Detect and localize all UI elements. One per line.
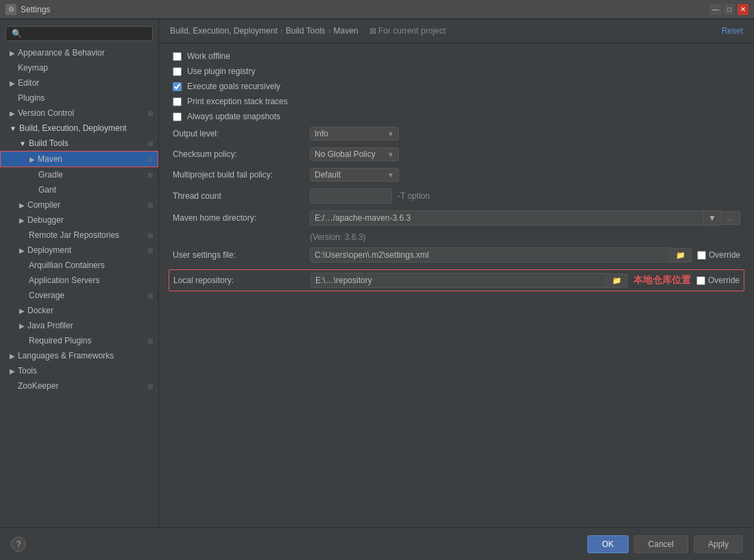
sidebar-item-label: Docker — [27, 306, 153, 315]
multiproject-row: Multiproject build fail policy: Default … — [173, 168, 740, 182]
output-level-label: Output level: — [173, 129, 310, 138]
help-button[interactable]: ? — [11, 537, 26, 552]
ok-button[interactable]: OK — [587, 535, 628, 553]
sidebar-item-label: Compiler — [27, 200, 147, 210]
sidebar-item-debugger[interactable]: ▶ Debugger — [0, 212, 158, 228]
checksum-policy-value: No Global Policy — [315, 149, 376, 159]
sidebar-item-required-plugins[interactable]: Required Plugins ⊞ — [0, 333, 158, 348]
sidebar-item-coverage[interactable]: Coverage ⊞ — [0, 288, 158, 303]
use-plugin-registry-row: Use plugin registry — [173, 66, 740, 76]
use-plugin-registry-label: Use plugin registry — [187, 66, 255, 76]
app-icon: ⚙ — [5, 4, 16, 15]
sidebar-item-label: Java Profiler — [27, 321, 153, 330]
reset-link[interactable]: Reset — [722, 26, 743, 36]
thread-count-input[interactable] — [310, 188, 392, 204]
output-level-dropdown[interactable]: Info ▼ — [310, 127, 399, 141]
sidebar-item-tools[interactable]: ▶ Tools — [0, 363, 158, 378]
user-settings-label: User settings file: — [173, 250, 310, 260]
arrow-icon: ▶ — [19, 322, 25, 330]
breadcrumb-current: Maven — [334, 26, 358, 36]
sync-icon: ⊞ — [147, 202, 153, 209]
sidebar-item-label: Editor — [18, 78, 153, 88]
arrow-icon: ▶ — [19, 247, 25, 254]
sync-icon: ⊞ — [147, 156, 152, 163]
sidebar-item-gradle[interactable]: Gradle ⊞ — [0, 167, 158, 182]
arrow-icon: ▶ — [19, 217, 25, 224]
maven-home-dropdown-button[interactable]: ▼ — [704, 210, 721, 226]
sidebar-item-label: Gant — [38, 185, 153, 195]
output-level-value: Info — [315, 129, 328, 138]
main-layout: ▶ Appearance & Behavior Keymap ▶ Editor … — [0, 19, 754, 527]
work-offline-checkbox[interactable] — [173, 52, 182, 61]
arrow-icon: ▶ — [29, 156, 35, 163]
arrow-icon: ▶ — [10, 352, 15, 360]
print-exception-checkbox[interactable] — [173, 97, 182, 106]
work-offline-label: Work offline — [187, 51, 230, 61]
always-update-checkbox[interactable] — [173, 112, 182, 121]
maven-home-input[interactable] — [310, 210, 704, 226]
search-input[interactable] — [5, 26, 153, 41]
maven-home-browse-button[interactable]: … — [721, 211, 740, 225]
maven-home-row: Maven home directory: ▼ … — [173, 210, 740, 226]
sidebar-item-keymap[interactable]: Keymap — [0, 60, 158, 75]
work-offline-row: Work offline — [173, 51, 740, 61]
sync-icon: ⊞ — [147, 232, 153, 239]
action-buttons: OK Cancel Apply — [587, 535, 743, 553]
arrow-icon: ▶ — [19, 307, 25, 315]
user-settings-browse-button[interactable]: 📁 — [670, 248, 692, 263]
sidebar-item-label: Plugins — [18, 93, 153, 103]
breadcrumb-arrow1: › — [280, 26, 283, 36]
sidebar-item-gant[interactable]: Gant — [0, 182, 158, 197]
local-repo-override-label: Override — [708, 276, 740, 285]
sidebar-item-zookeeper[interactable]: ZooKeeper ⊞ — [0, 378, 158, 393]
sidebar-item-deployment[interactable]: ▶ Deployment ⊞ — [0, 243, 158, 258]
sidebar-item-label: Deployment — [27, 245, 147, 255]
sidebar-item-compiler[interactable]: ▶ Compiler ⊞ — [0, 197, 158, 212]
maven-version-text: (Version: 3.6.3) — [173, 232, 740, 242]
user-settings-input[interactable] — [310, 247, 670, 263]
sidebar-item-version-control[interactable]: ▶ Version Control ⊞ — [0, 106, 158, 121]
local-repo-browse-button[interactable]: 📁 — [607, 273, 628, 288]
minimize-button[interactable]: — — [710, 4, 721, 15]
sidebar-item-plugins[interactable]: Plugins — [0, 90, 158, 106]
sidebar-item-java-profiler[interactable]: ▶ Java Profiler — [0, 318, 158, 333]
multiproject-dropdown[interactable]: Default ▼ — [310, 168, 399, 182]
sidebar-item-appearance[interactable]: ▶ Appearance & Behavior — [0, 45, 158, 60]
close-button[interactable]: ✕ — [738, 4, 749, 15]
local-repo-input[interactable] — [311, 273, 607, 288]
always-update-row: Always update snapshots — [173, 112, 740, 121]
sidebar-item-label: ZooKeeper — [18, 381, 147, 391]
sidebar-item-editor[interactable]: ▶ Editor — [0, 75, 158, 90]
sidebar-item-languages[interactable]: ▶ Languages & Frameworks — [0, 348, 158, 363]
always-update-label: Always update snapshots — [187, 112, 280, 121]
apply-button[interactable]: Apply — [694, 535, 743, 553]
local-repo-override-checkbox[interactable] — [696, 276, 705, 285]
breadcrumb-part2: Build Tools — [286, 26, 326, 36]
sidebar-item-build[interactable]: ▼ Build, Execution, Deployment — [0, 121, 158, 136]
local-repo-label: Local repository: — [173, 276, 311, 285]
sidebar: ▶ Appearance & Behavior Keymap ▶ Editor … — [0, 19, 159, 527]
multiproject-value: Default — [315, 170, 341, 180]
sidebar-item-build-tools[interactable]: ▼ Build Tools ⊞ — [0, 136, 158, 151]
sidebar-item-maven[interactable]: ▶ Maven ⊞ — [0, 151, 158, 167]
user-settings-control: 📁 — [310, 247, 692, 263]
sidebar-item-label: Languages & Frameworks — [18, 351, 153, 361]
sidebar-item-app-servers[interactable]: Application Servers — [0, 273, 158, 288]
local-repo-override-wrap: Override — [696, 276, 740, 285]
user-settings-override-wrap: Override — [697, 250, 740, 260]
sidebar-item-arquillian[interactable]: Arquillian Containers — [0, 258, 158, 273]
use-plugin-registry-checkbox[interactable] — [173, 67, 182, 76]
sidebar-item-remote-jar[interactable]: Remote Jar Repositories ⊞ — [0, 228, 158, 243]
thread-count-control: -T option — [310, 188, 740, 204]
checksum-policy-dropdown[interactable]: No Global Policy ▼ — [310, 147, 399, 161]
execute-goals-checkbox[interactable] — [173, 82, 182, 91]
user-settings-override-checkbox[interactable] — [697, 251, 706, 260]
arrow-icon: ▶ — [10, 49, 15, 57]
sidebar-item-docker[interactable]: ▶ Docker — [0, 303, 158, 318]
thread-count-label: Thread count — [173, 191, 310, 201]
maven-home-control: ▼ … — [310, 210, 740, 226]
cancel-button[interactable]: Cancel — [634, 535, 688, 553]
local-repo-annotation: 本地仓库位置 — [633, 274, 691, 287]
breadcrumb-project: ⊠ For current project — [369, 26, 446, 36]
maximize-button[interactable]: □ — [724, 4, 735, 15]
